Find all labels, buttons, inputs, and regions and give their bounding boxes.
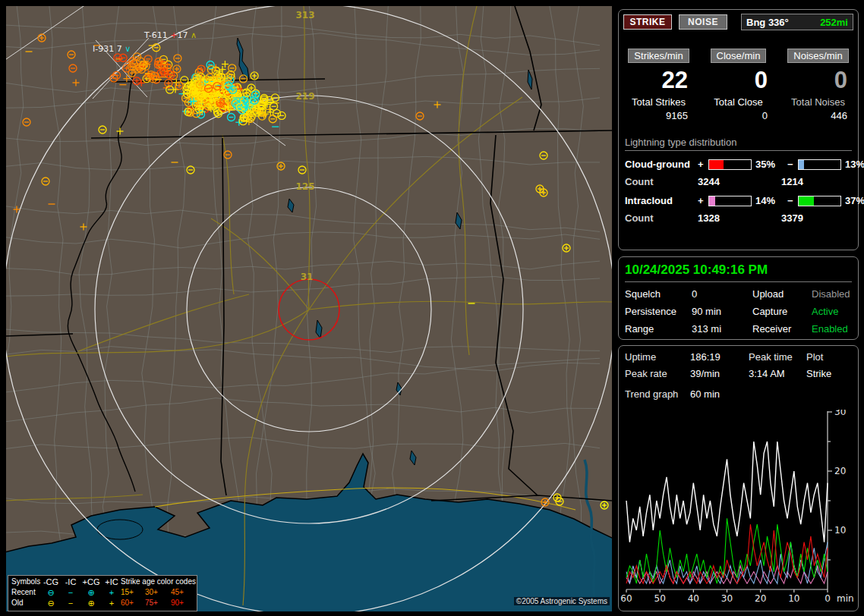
bearing-label: Bng 336° xyxy=(746,17,789,28)
svg-text:125: 125 xyxy=(295,181,314,192)
legend-row-old: Old xyxy=(11,598,40,608)
svg-text:I-931 7 ∨: I-931 7 ∨ xyxy=(93,44,131,54)
svg-text:30: 30 xyxy=(721,593,733,604)
svg-text:min: min xyxy=(837,593,854,604)
status-row-3: Range 313 mi Receiver Enabled xyxy=(625,323,852,335)
svg-text:40: 40 xyxy=(688,593,699,604)
strikes-per-min-value: 22 xyxy=(662,65,698,96)
capture-status: Active xyxy=(812,306,852,317)
peak-time-value: 3:14 AM xyxy=(749,368,806,379)
trend-graph-row: Trend graph 60 min xyxy=(625,388,852,400)
cg-positive-count: 3244 xyxy=(698,176,781,187)
datetime-display: 10/24/2025 10:49:16 PM xyxy=(625,262,852,282)
minus-sign: − xyxy=(787,159,798,170)
old-circle-minus-icon: ⊖ xyxy=(40,598,61,608)
cg-negative-pct: 13% xyxy=(845,159,864,170)
intracloud-count-row: Count 1328 3379 xyxy=(625,212,852,224)
squelch-value: 0 xyxy=(692,288,752,300)
ic-positive-pct: 14% xyxy=(755,195,787,206)
svg-text:219: 219 xyxy=(295,91,314,102)
trend-section: Uptime 186:19 Peak time Plot Peak rate 3… xyxy=(618,345,859,611)
ic-negative-pct: 37% xyxy=(845,195,864,206)
cg-negative-bar xyxy=(798,159,841,170)
legend-col-ic-pos: +IC xyxy=(102,577,121,587)
app-window: 31125219313 T-611 +17 ∧I-931 7 ∨ Symbols… xyxy=(0,0,864,616)
minus-sign: − xyxy=(787,195,798,206)
range-value: 313 mi xyxy=(692,323,752,335)
age-code-75: 75+ xyxy=(145,598,171,608)
legend-col-cg-neg: -CG xyxy=(40,577,61,587)
svg-text:313: 313 xyxy=(295,10,314,20)
range-label: Range xyxy=(625,323,692,335)
receiver-label: Receiver xyxy=(752,323,812,335)
map-legend: Symbols -CG -IC +CG +IC Strike age color… xyxy=(8,575,197,611)
age-code-15: 15+ xyxy=(121,587,145,598)
map-canvas[interactable]: 31125219313 T-611 +17 ∧I-931 7 ∨ xyxy=(6,6,612,611)
legend-symbols-header: Symbols xyxy=(11,577,40,587)
cg-positive-bar xyxy=(708,159,752,170)
strikes-per-min-column: Strikes/min 22 Total Strikes 9165 xyxy=(619,49,698,121)
strike-indicator-button[interactable]: STRIKE xyxy=(623,14,672,30)
total-strikes-value: 9165 xyxy=(666,110,698,121)
status-row-2: Persistence 90 min Capture Active xyxy=(625,306,852,317)
upload-status: Disabled xyxy=(812,288,852,300)
total-noises-value: 446 xyxy=(831,110,858,121)
persistence-value: 90 min xyxy=(692,306,752,317)
ic-negative-count: 3379 xyxy=(781,212,852,224)
svg-text:0: 0 xyxy=(825,593,831,604)
old-minus-icon: − xyxy=(61,598,80,608)
uptime-label: Uptime xyxy=(625,351,690,363)
cloud-ground-label: Cloud-ground xyxy=(625,159,698,170)
noises-per-min-button[interactable]: Noises/min xyxy=(787,49,848,63)
trend-window-value: 60 min xyxy=(690,388,749,400)
close-per-min-button[interactable]: Close/min xyxy=(711,49,767,63)
noises-per-min-value: 0 xyxy=(834,65,858,96)
legend-col-cg-pos: +CG xyxy=(80,577,102,587)
noise-indicator-button[interactable]: NOISE xyxy=(679,14,727,30)
intracloud-row: Intracloud + 14% − 37% xyxy=(625,195,852,206)
old-plus-icon: + xyxy=(102,598,121,608)
svg-text:60: 60 xyxy=(620,593,632,604)
svg-text:30: 30 xyxy=(834,410,846,417)
bearing-distance: 252mi xyxy=(820,17,848,28)
persistence-label: Persistence xyxy=(625,306,692,317)
trend-graph: 1020306050403020100min xyxy=(620,410,863,608)
svg-text:10: 10 xyxy=(834,525,846,536)
cg-negative-count: 1214 xyxy=(781,176,852,187)
status-row-1: Squelch 0 Upload Disabled xyxy=(625,288,852,300)
svg-text:31: 31 xyxy=(301,272,314,282)
svg-text:T-611 +17 ∧: T-611 +17 ∧ xyxy=(143,30,197,40)
bearing-readout: Bng 336° 252mi xyxy=(741,14,853,30)
lightning-type-distribution: Lightning type distribution Cloud-ground… xyxy=(625,137,852,224)
plus-sign: + xyxy=(698,195,708,206)
cg-positive-pct: 35% xyxy=(755,159,787,170)
old-circle-plus-icon: ⊕ xyxy=(80,598,102,608)
total-close-label: Total Close xyxy=(714,96,762,108)
svg-text:50: 50 xyxy=(654,593,666,604)
strikes-per-min-button[interactable]: Strikes/min xyxy=(628,49,689,63)
legend-row-recent: Recent xyxy=(11,587,40,598)
upload-label: Upload xyxy=(752,288,812,300)
recent-circle-plus-icon: ⊕ xyxy=(80,587,102,598)
recent-circle-minus-icon: ⊖ xyxy=(40,587,61,598)
plot-label: Plot xyxy=(806,351,852,363)
cloud-ground-row: Cloud-ground + 35% − 13% xyxy=(625,159,852,170)
count-label: Count xyxy=(625,212,698,224)
ic-negative-bar xyxy=(798,196,841,206)
capture-label: Capture xyxy=(752,306,812,317)
ic-positive-bar xyxy=(708,196,752,206)
count-label: Count xyxy=(625,176,698,187)
legend-age-title: Strike age color codes xyxy=(121,577,197,587)
rates-section: STRIKE NOISE Bng 336° 252mi Strikes/min … xyxy=(618,9,859,250)
age-code-30: 30+ xyxy=(145,587,171,598)
ic-positive-count: 1328 xyxy=(698,212,781,224)
uptime-value: 186:19 xyxy=(690,351,749,363)
stats-row-2: Peak rate 39/min 3:14 AM Strike xyxy=(625,368,852,379)
stats-row-1: Uptime 186:19 Peak time Plot xyxy=(625,351,852,363)
cloud-ground-count-row: Count 3244 1214 xyxy=(625,176,852,187)
plus-sign: + xyxy=(698,159,708,170)
recent-plus-icon: + xyxy=(102,587,121,598)
close-per-min-value: 0 xyxy=(755,65,778,96)
strike-map[interactable]: 31125219313 T-611 +17 ∧I-931 7 ∨ Symbols… xyxy=(6,6,612,611)
recent-minus-icon: − xyxy=(61,587,80,598)
